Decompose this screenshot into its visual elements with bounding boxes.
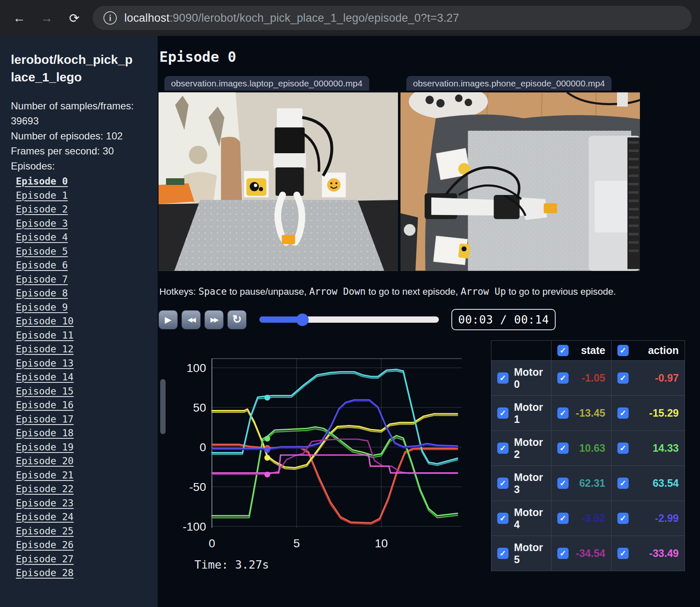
fast-forward-button[interactable]: ▶▶ — [204, 310, 224, 329]
rewind-icon: ◀◀ — [187, 316, 194, 323]
scrollbar-thumb[interactable] — [160, 379, 166, 434]
play-button[interactable]: ▶ — [159, 310, 178, 329]
hotkey-arrow-up: Arrow Up — [461, 286, 506, 297]
action-checkbox[interactable] — [617, 443, 629, 454]
table-row: Motor 5-34.54-33.49 — [491, 536, 685, 571]
motor-checkbox[interactable] — [497, 443, 509, 454]
table-row: Motor 1-13.45-15.29 — [491, 396, 685, 431]
motor-checkbox[interactable] — [497, 372, 509, 384]
table-row: Motor 0-1.05-0.97 — [491, 361, 685, 396]
episode-link[interactable]: Episode 24 — [16, 511, 73, 522]
state-checkbox[interactable] — [557, 443, 569, 454]
motor-state-value: -1.05 — [582, 372, 605, 384]
motor-name: Motor 3 — [514, 471, 545, 496]
state-checkbox[interactable] — [557, 548, 569, 559]
action-checkbox[interactable] — [617, 513, 629, 524]
motor-checkbox[interactable] — [497, 548, 509, 559]
state-checkbox[interactable] — [557, 513, 569, 524]
progress-slider[interactable] — [259, 316, 439, 323]
episode-link[interactable]: Episode 12 — [16, 344, 73, 354]
playback-controls: ▶ ◀◀ ▶▶ ↻ 00:03 / 00:14 — [159, 309, 556, 330]
episode-link[interactable]: Episode 21 — [16, 470, 73, 481]
episode-link[interactable]: Episode 3 — [16, 218, 68, 229]
state-checkbox[interactable] — [557, 478, 569, 489]
episode-link[interactable]: Episode 23 — [16, 498, 73, 508]
reload-button[interactable]: ⟳ — [65, 9, 83, 27]
episode-link[interactable]: Episode 26 — [16, 539, 73, 550]
episode-link[interactable]: Episode 25 — [16, 526, 73, 536]
fast-forward-icon: ▶▶ — [210, 316, 217, 323]
back-arrow-icon: ← — [13, 11, 25, 25]
motor-checkbox[interactable] — [497, 407, 509, 419]
episode-link[interactable]: Episode 4 — [16, 232, 68, 243]
video-row: observation.images.laptop_episode_000000… — [159, 76, 700, 271]
episode-link[interactable]: Episode 28 — [16, 567, 73, 578]
motor-action-value: -2.99 — [655, 512, 679, 524]
state-column-checkbox[interactable] — [557, 345, 569, 356]
episode-link[interactable]: Episode 19 — [16, 442, 73, 453]
motor-state-value: -3.52 — [582, 512, 605, 524]
svg-text:5: 5 — [293, 537, 300, 550]
sidebar: lerobot/koch_pick_place_1_lego Number of… — [0, 36, 158, 607]
table-corner-cell — [491, 341, 551, 361]
phone-video-scene — [400, 92, 640, 271]
motor-chart: 100500-50-1000510 — [179, 338, 463, 555]
slider-thumb[interactable] — [296, 314, 309, 326]
stat-episodes: Number of episodes: 102 — [11, 129, 140, 144]
episode-link[interactable]: Episode 16 — [16, 400, 73, 410]
svg-text:0: 0 — [199, 441, 206, 454]
episode-link[interactable]: Episode 6 — [16, 260, 68, 271]
svg-text:-100: -100 — [183, 520, 206, 533]
action-checkbox[interactable] — [617, 407, 629, 419]
chart-wrap: 100500-50-1000510 Time: 3.27s — [179, 338, 463, 571]
motor-checkbox[interactable] — [497, 513, 509, 524]
episode-link[interactable]: Episode 13 — [16, 358, 73, 369]
state-checkbox[interactable] — [557, 372, 569, 384]
episode-link[interactable]: Episode 18 — [16, 427, 73, 438]
episode-link[interactable]: Episode 2 — [16, 204, 68, 215]
episodes-label: Episodes: — [11, 159, 140, 174]
site-info-icon[interactable]: i — [103, 11, 117, 25]
stat-samples: Number of samples/frames: 39693 — [11, 99, 140, 129]
action-checkbox[interactable] — [617, 478, 629, 489]
video-panel-phone: observation.images.phone_episode_000000.… — [400, 76, 640, 271]
url-bar[interactable]: i localhost:9090/lerobot/koch_pick_place… — [93, 6, 692, 30]
motor-table: state action Motor 0-1.05-0.97Motor 1-13… — [491, 340, 685, 571]
episode-link[interactable]: Episode 9 — [16, 302, 68, 313]
hotkey-arrow-down: Arrow Down — [309, 286, 365, 297]
episode-link[interactable]: Episode 1 — [16, 190, 68, 201]
stat-fps: Frames per second: 30 — [11, 144, 140, 159]
video-caption-laptop: observation.images.laptop_episode_000000… — [164, 76, 369, 91]
action-column-checkbox[interactable] — [617, 345, 629, 356]
main-content: Episode 0 observation.images.laptop_epis… — [158, 36, 700, 607]
episode-link[interactable]: Episode 20 — [16, 455, 73, 466]
episode-link[interactable]: Episode 22 — [16, 483, 73, 494]
dataset-title: lerobot/koch_pick_place_1_lego — [11, 51, 136, 86]
action-checkbox[interactable] — [617, 372, 629, 384]
episode-link[interactable]: Episode 5 — [16, 246, 68, 257]
episode-link[interactable]: Episode 7 — [16, 274, 68, 285]
forward-button[interactable]: → — [38, 9, 56, 27]
loop-button[interactable]: ↻ — [227, 310, 247, 329]
svg-text:100: 100 — [186, 362, 206, 374]
episode-link[interactable]: Episode 10 — [16, 316, 73, 326]
svg-text:10: 10 — [375, 537, 388, 550]
rewind-button[interactable]: ◀◀ — [181, 310, 201, 329]
motor-checkbox[interactable] — [497, 478, 509, 489]
state-checkbox[interactable] — [557, 407, 569, 419]
action-checkbox[interactable] — [617, 548, 629, 559]
phone-video-player[interactable] — [400, 92, 640, 271]
video-panel-laptop: observation.images.laptop_episode_000000… — [159, 76, 398, 271]
episode-link[interactable]: Episode 11 — [16, 330, 73, 341]
reload-icon: ⟳ — [69, 11, 79, 25]
motor-state-value: 10.63 — [579, 442, 605, 454]
laptop-video-player[interactable] — [159, 92, 398, 271]
episode-link[interactable]: Episode 15 — [16, 386, 73, 397]
episode-link[interactable]: Episode 17 — [16, 414, 73, 425]
episode-link[interactable]: Episode 14 — [16, 372, 73, 382]
browser-chrome: ← → ⟳ i localhost:9090/lerobot/koch_pick… — [0, 0, 700, 36]
episode-link[interactable]: Episode 8 — [16, 288, 68, 298]
back-button[interactable]: ← — [10, 9, 28, 27]
episode-link[interactable]: Episode 27 — [16, 554, 73, 564]
episode-link[interactable]: Episode 0 — [16, 176, 68, 187]
